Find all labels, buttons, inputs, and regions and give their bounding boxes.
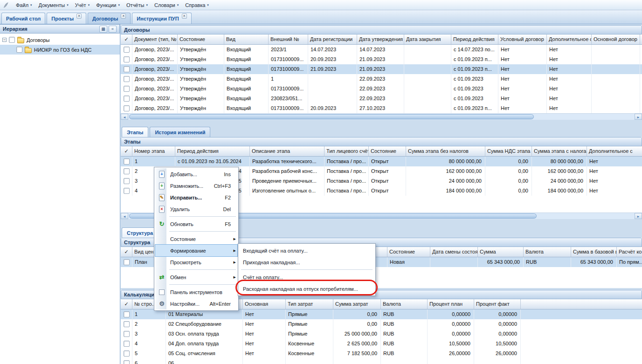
checkbox[interactable] xyxy=(124,96,130,102)
column-header[interactable]: Тип лицевого счёт xyxy=(324,146,369,156)
menubar-item-6[interactable]: Справка▾ xyxy=(182,1,212,9)
column-header[interactable]: Вид xyxy=(224,34,269,44)
menu-item[interactable]: Панель инструментов xyxy=(155,286,237,298)
checkbox[interactable] xyxy=(124,178,130,184)
checkbox[interactable] xyxy=(124,105,130,111)
column-header[interactable]: Описание этапа xyxy=(250,146,324,156)
menu-item[interactable]: Формирование▶ xyxy=(155,245,237,256)
column-header[interactable]: Сумма этапа с налогами xyxy=(532,146,587,156)
column-header[interactable]: Дата закрытия xyxy=(404,34,451,44)
column-header[interactable]: Валюта xyxy=(381,299,428,309)
close-icon[interactable]: × xyxy=(76,14,82,19)
column-header[interactable]: Период действия xyxy=(451,34,498,44)
table-row[interactable]: 606 ... xyxy=(121,358,642,364)
table-row[interactable]: Договор, 2023/...УтверждёнВходящий017310… xyxy=(121,55,642,64)
checkbox[interactable] xyxy=(124,188,130,194)
column-header[interactable]: Внешний № xyxy=(269,34,308,44)
column-header[interactable]: Сумма в базовой в xyxy=(571,247,617,257)
select-all-header[interactable]: ✓ xyxy=(121,34,132,44)
column-header[interactable]: Основной договор xyxy=(592,34,640,44)
checkbox[interactable] xyxy=(124,76,130,82)
column-header[interactable]: Процент факт xyxy=(474,299,521,309)
column-header[interactable]: Процент план xyxy=(428,299,474,309)
scroll-right-icon[interactable]: ► xyxy=(635,213,642,219)
table-row[interactable]: 202 СпецоборудованиеНетПрямые0,00RUB0,00… xyxy=(121,319,642,329)
menu-item[interactable]: +Размножить...Ctrl+F3 xyxy=(155,180,237,192)
menubar-item-3[interactable]: Функции▾ xyxy=(93,1,123,9)
column-header[interactable]: Дата утверждения xyxy=(357,34,404,44)
menu-item[interactable]: ⚙Настройки...Alt+Enter xyxy=(155,298,237,309)
menu-item[interactable]: ×УдалитьDel xyxy=(155,203,237,215)
column-header[interactable]: Тип затрат xyxy=(286,299,333,309)
column-header[interactable]: Дата регистрации xyxy=(308,34,357,44)
column-header[interactable]: Расчёт ко... xyxy=(617,247,642,257)
table-row[interactable]: 303 Осн. оплата трудаНетПрямые25 000 000… xyxy=(121,329,642,339)
table-row[interactable]: Договор, 2023/...УтверждёнВходящий017310… xyxy=(121,84,642,94)
table-row[interactable]: 505 Соц. отчисленияНетКосвенные7 182 500… xyxy=(121,349,642,358)
checkbox[interactable] xyxy=(124,331,130,337)
document-tab-2[interactable]: Договоры× xyxy=(88,13,131,24)
column-header[interactable]: Основная xyxy=(243,299,286,309)
document-tab-3[interactable]: Инструкции ПУП× xyxy=(132,13,191,24)
checkbox[interactable] xyxy=(124,321,130,327)
menu-item[interactable]: Расходная накладная на отпуск потребител… xyxy=(239,283,374,295)
table-row[interactable]: 1с 01.09.2023 по 31.05.2024Разработка те… xyxy=(121,157,642,166)
column-header[interactable]: Сумма НДС этапа xyxy=(485,146,532,156)
menu-item[interactable]: Счёт на оплату... xyxy=(239,271,374,283)
checkbox[interactable] xyxy=(124,158,130,165)
checkbox[interactable] xyxy=(124,311,130,317)
tree-collapse-icon[interactable]: − xyxy=(2,38,7,42)
collapse-panel-icon[interactable]: « xyxy=(109,26,117,33)
structure-tabstrip-tab-0[interactable]: Структура xyxy=(122,227,158,238)
checkbox[interactable] xyxy=(124,168,130,174)
checkbox[interactable] xyxy=(124,350,130,357)
scroll-right-icon[interactable]: ► xyxy=(635,114,642,120)
table-row[interactable]: Договор, 2023/...УтверждёнВходящий017310… xyxy=(121,103,642,113)
column-header[interactable]: Дата смены состоя xyxy=(430,247,478,257)
checkbox[interactable] xyxy=(124,86,130,92)
column-header[interactable]: Сумма затрат xyxy=(333,299,381,309)
table-row[interactable]: Договор, 2023/...УтверждёнВходящий2023/1… xyxy=(121,45,642,55)
checkbox[interactable] xyxy=(9,37,15,43)
checkbox[interactable] xyxy=(124,47,130,53)
checkbox[interactable] xyxy=(124,259,130,265)
scroll-left-icon[interactable]: ◄ xyxy=(121,213,128,219)
menu-item[interactable]: ✎Исправить...F2 xyxy=(155,192,237,203)
menubar-item-1[interactable]: Документы▾ xyxy=(35,1,72,9)
scrollbar-thumb[interactable] xyxy=(129,114,534,119)
stages-tabstrip-tab-0[interactable]: Этапы xyxy=(122,127,148,137)
tree-item-1[interactable]: НИОКР по ГОЗ без НДС xyxy=(0,45,120,55)
menu-item[interactable]: Просмотреть▶ xyxy=(155,256,237,268)
table-row[interactable]: Договор, 2023/...УтверждёнВходящий017310… xyxy=(121,64,642,74)
table-row[interactable]: Договор, 2023/...УтверждёнВходящий122.09… xyxy=(121,74,642,84)
close-icon[interactable]: × xyxy=(182,14,187,19)
menu-item[interactable]: Входящий счёт на оплату... xyxy=(239,245,374,256)
stages-tabstrip-tab-1[interactable]: История изменений xyxy=(150,127,210,137)
table-row[interactable]: 404 Доп. оплата трудаНетКосвенные2 625 0… xyxy=(121,339,642,349)
menu-item[interactable]: Состояние▶ xyxy=(155,233,237,245)
close-icon[interactable]: × xyxy=(121,14,126,19)
checkbox[interactable] xyxy=(124,360,130,364)
menu-item[interactable]: ⇄Обмен▶ xyxy=(155,271,237,283)
table-row[interactable]: 101 МатериалыНетПрямые0,00RUB0,000000,00… xyxy=(121,309,642,319)
select-all-header[interactable]: ✓ xyxy=(121,247,132,257)
menu-item[interactable]: ↻ОбновитьF5 xyxy=(155,218,237,230)
select-all-header[interactable]: ✓ xyxy=(121,146,132,156)
document-tab-0[interactable]: Рабочий стол xyxy=(1,13,45,24)
column-header[interactable]: Период действия xyxy=(175,146,250,156)
checkbox[interactable] xyxy=(16,47,22,53)
tree-item-0[interactable]: −Договоры xyxy=(0,35,120,45)
menubar-item-4[interactable]: Отчёты▾ xyxy=(123,1,151,9)
grid-icon[interactable]: ▦ xyxy=(99,26,107,33)
menubar-item-2[interactable]: Учёт▾ xyxy=(72,1,93,9)
column-header[interactable]: Сумма xyxy=(478,247,524,257)
column-header[interactable]: Документ (тип, № xyxy=(132,34,178,44)
checkbox[interactable] xyxy=(124,341,130,347)
column-header[interactable]: Условный договор xyxy=(498,34,547,44)
menu-item[interactable]: +Добавить...Ins xyxy=(155,168,237,180)
menubar-item-5[interactable]: Словари▾ xyxy=(151,1,182,9)
document-tab-1[interactable]: Проекты× xyxy=(47,13,86,24)
column-header[interactable]: Дополнительное с xyxy=(587,146,642,156)
table-row[interactable]: Договор, 2023/...УтверждёнВходящий230823… xyxy=(121,94,642,103)
column-header[interactable]: Дополнительное с xyxy=(547,34,592,44)
